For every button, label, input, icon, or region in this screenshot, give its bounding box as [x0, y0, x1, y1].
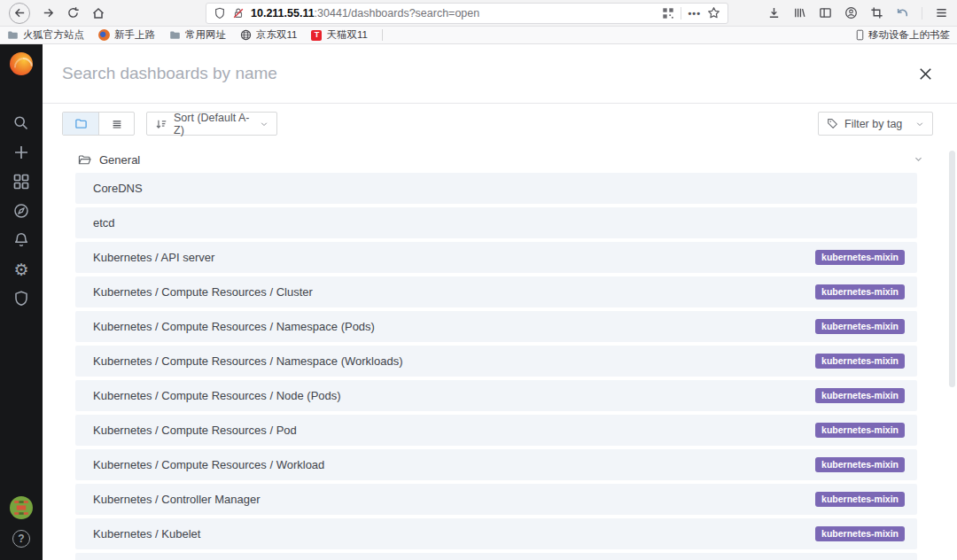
sidebar-item-alerting[interactable] [12, 230, 31, 250]
grafana-logo[interactable] [10, 52, 33, 75]
grafana-app: ⚙ ? [0, 44, 957, 560]
dashboard-row[interactable]: etcd [75, 207, 917, 238]
sidebar-item-search[interactable] [12, 113, 31, 133]
tag-badge[interactable]: kubernetes-mixin [815, 284, 905, 300]
tag-badge[interactable]: kubernetes-mixin [815, 492, 905, 508]
firefox-icon [98, 29, 110, 41]
bookmark-item[interactable]: 常用网址 [169, 28, 226, 42]
dashboard-title: Kubernetes / Kubelet [93, 527, 200, 541]
bookmark-item[interactable]: 新手上路 [98, 28, 155, 42]
help-icon[interactable]: ? [12, 530, 30, 548]
sidebar-item-explore[interactable] [12, 201, 31, 221]
dashboard-title: Kubernetes / Controller Manager [93, 493, 261, 506]
tmall-icon: T [311, 30, 322, 41]
mobile-bookmarks[interactable]: 移动设备上的书签 [855, 28, 950, 42]
bookmark-item[interactable]: 火狐官方站点 [7, 28, 84, 42]
forward-arrow-icon [42, 6, 55, 19]
bookmark-star-icon[interactable] [707, 6, 720, 19]
section-header-general[interactable]: General [75, 147, 917, 173]
scrollbar-thumb[interactable] [949, 151, 955, 387]
sidebar-toggle-icon[interactable] [819, 6, 832, 19]
dashboard-title: Kubernetes / Compute Resources / Cluster [93, 285, 313, 299]
urlbar-separator [681, 7, 681, 19]
search-input[interactable] [62, 64, 917, 83]
sidebar-item-create[interactable] [12, 143, 31, 162]
bookmark-label: 京东双11 [256, 28, 297, 42]
back-button[interactable] [9, 3, 30, 24]
sort-icon [155, 118, 167, 130]
menu-icon[interactable] [935, 6, 948, 19]
close-icon[interactable] [917, 66, 934, 82]
sidebar-item-server-admin[interactable] [12, 289, 31, 308]
forward-button[interactable] [42, 6, 55, 19]
account-icon[interactable] [844, 6, 858, 19]
bookmarks-separator [382, 29, 383, 41]
sidebar-item-dashboards[interactable] [12, 172, 31, 191]
tracking-shield-icon[interactable] [214, 7, 226, 19]
browser-toolbar: 10.211.55.11:30441/dashboards?search=ope… [0, 0, 957, 27]
dashboard-row[interactable]: Kubernetes / Controller Manager kubernet… [75, 484, 917, 515]
reload-icon [66, 6, 80, 19]
list-view-button[interactable] [98, 113, 134, 135]
tag-badge[interactable]: kubernetes-mixin [815, 457, 905, 473]
search-icon [12, 114, 30, 132]
dashboard-row[interactable]: Kubernetes / Compute Resources / Cluster… [75, 276, 917, 307]
dashboard-row[interactable]: Kubernetes / API server kubernetes-mixin [75, 242, 917, 273]
tag-icon [827, 118, 838, 129]
download-icon[interactable] [767, 6, 781, 19]
url-host: 10.211.55.11 [251, 7, 315, 19]
tag-badge[interactable]: kubernetes-mixin [815, 423, 905, 439]
bookmark-label: 新手上路 [114, 28, 155, 42]
sort-dropdown[interactable]: Sort (Default A-Z) [146, 112, 277, 136]
insecure-lock-icon[interactable] [232, 7, 245, 19]
url-text: 10.211.55.11:30441/dashboards?search=ope… [251, 7, 656, 19]
sidebar-item-configuration[interactable]: ⚙ [12, 260, 31, 279]
dashboard-title: CoreDNS [93, 182, 143, 195]
tag-badge[interactable]: kubernetes-mixin [815, 250, 905, 266]
bookmark-item[interactable]: 京东双11 [240, 28, 297, 42]
view-toggle-group [62, 112, 135, 136]
home-button[interactable] [91, 6, 105, 20]
bookmark-item[interactable]: T 天猫双11 [311, 28, 367, 42]
dashboard-title: Kubernetes / Compute Resources / Node (P… [93, 389, 341, 402]
plus-icon [12, 144, 30, 161]
folder-icon [7, 29, 19, 41]
library-icon[interactable] [793, 6, 806, 19]
server-admin-shield-icon [12, 290, 30, 307]
dashboards-search-page: Sort (Default A-Z) Filter by tag General… [43, 44, 957, 560]
dashboard-row[interactable]: Kubernetes / Compute Resources / Namespa… [75, 346, 917, 377]
dashboard-row-partial[interactable] [75, 553, 917, 560]
url-bar[interactable]: 10.211.55.11:30441/dashboards?search=ope… [206, 3, 728, 24]
qr-scan-icon[interactable] [662, 7, 674, 19]
open-folder-icon [78, 153, 91, 167]
sort-label: Sort (Default A-Z) [174, 112, 253, 136]
dashboard-title: Kubernetes / Compute Resources / Pod [93, 424, 297, 437]
dashboard-row[interactable]: Kubernetes / Compute Resources / Namespa… [75, 311, 917, 342]
sidebar-nav: ⚙ [12, 113, 31, 308]
reload-button[interactable] [66, 6, 80, 19]
toolbar-separator [922, 7, 922, 19]
dashboard-row[interactable]: Kubernetes / Kubelet kubernetes-mixin [75, 518, 917, 549]
bookmark-label: 常用网址 [185, 28, 226, 42]
dashboard-row[interactable]: Kubernetes / Compute Resources / Workloa… [75, 449, 917, 480]
filter-by-tag-dropdown[interactable]: Filter by tag [818, 112, 933, 136]
page-actions-button[interactable]: ••• [688, 8, 701, 19]
user-avatar[interactable] [10, 496, 33, 519]
tag-badge[interactable]: kubernetes-mixin [815, 354, 905, 369]
home-icon [91, 6, 105, 20]
tag-badge[interactable]: kubernetes-mixin [815, 526, 905, 542]
mobile-bookmarks-label: 移动设备上的书签 [868, 28, 950, 42]
dashboard-row[interactable]: Kubernetes / Compute Resources / Pod kub… [75, 415, 917, 446]
tag-badge[interactable]: kubernetes-mixin [815, 319, 905, 335]
dashboard-row[interactable]: Kubernetes / Compute Resources / Node (P… [75, 380, 917, 411]
dashboards-grid-icon [12, 173, 30, 191]
folder-view-button[interactable] [63, 113, 98, 135]
url-path: :30441/dashboards?search=open [315, 7, 480, 19]
folder-icon [169, 29, 181, 41]
undo-icon[interactable] [896, 6, 909, 19]
screenshot-icon[interactable] [870, 6, 883, 19]
tag-badge[interactable]: kubernetes-mixin [815, 388, 905, 404]
globe-icon [240, 29, 252, 41]
bookmarks-bar: 火狐官方站点 新手上路 常用网址 京东双11 T 天猫双11 移动设备上的书签 [0, 27, 957, 44]
dashboard-row[interactable]: CoreDNS [75, 173, 917, 204]
